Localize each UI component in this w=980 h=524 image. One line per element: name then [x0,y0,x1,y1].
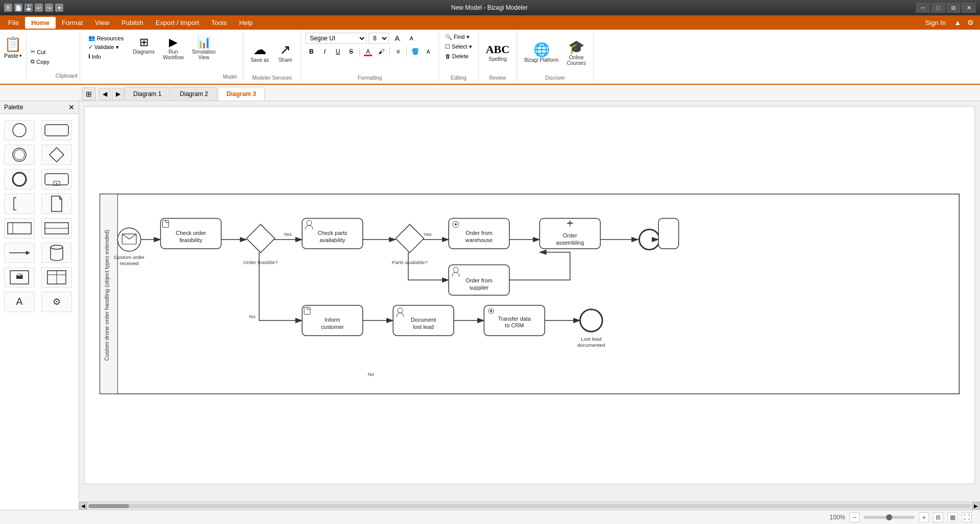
scroll-left-button[interactable]: ◀ [79,502,87,510]
cut-button[interactable]: ✂Cut [29,47,52,56]
validate-button[interactable]: ✓Validate ▾ [86,43,126,52]
menu-file[interactable]: File [2,17,25,29]
close-button[interactable]: ✕ [962,3,976,13]
node-check-order-feasibility[interactable]: Check order feasibility [161,218,222,248]
palette-gateway[interactable] [41,145,72,165]
menu-help[interactable]: Help [233,17,259,29]
page-layout-button[interactable]: ▦ [947,512,958,522]
simulation-view-button[interactable]: 📊 SimulationView [189,35,219,62]
resources-button[interactable]: 👥Resources [86,34,126,42]
select-button[interactable]: ☐Select ▾ [443,42,474,51]
fill-color-button[interactable]: A [422,46,434,57]
info-button[interactable]: ℹInfo [86,52,126,61]
menu-format[interactable]: Format [56,17,89,29]
tab-diagram-3[interactable]: Diagram 3 [218,87,265,101]
palette-collapse-icon[interactable]: ✕ [68,103,75,111]
underline-button[interactable]: U [332,46,344,57]
svg-point-2 [13,148,26,161]
fullscreen-button[interactable]: ⛶ [962,512,972,522]
svg-rect-1 [45,125,68,136]
menu-view[interactable]: View [89,17,115,29]
diagram-grid-button[interactable]: ⊞ [82,87,96,101]
ribbon-collapse-button[interactable]: ▲ [952,18,963,27]
scroll-right-button[interactable]: ▶ [972,502,980,510]
formatting-content: Segoe UI 8 10 12 A A B I U S A 🖌 ≡ [305,33,434,73]
run-workflow-button[interactable]: ▶ RunWorkflow [160,35,187,62]
zoom-decrease-button[interactable]: − [849,512,860,522]
palette-sequence-flow[interactable] [4,243,35,263]
svg-text:assembling: assembling [556,240,584,246]
font-color-button[interactable]: A [362,46,374,57]
palette-annotation[interactable] [4,194,35,214]
font-family-selector[interactable]: Segoe UI [305,33,366,44]
node-order-from-warehouse[interactable]: Order from warehouse [449,218,509,248]
paint-bucket-button[interactable]: 🪣 [409,46,421,57]
menu-publish[interactable]: Publish [115,17,150,29]
italic-button[interactable]: I [318,46,331,57]
copy-button[interactable]: ⧉Copy [29,57,52,66]
palette-data-store[interactable] [41,243,72,263]
scroll-track[interactable] [88,504,971,508]
save-as-button[interactable]: ☁ Save as [248,41,272,65]
palette-lane[interactable] [41,218,72,239]
canvas[interactable]: Custom drone order handling (object type… [79,101,980,510]
svg-point-25 [117,228,141,251]
paste-button[interactable]: 📋 Paste ▾ [0,34,27,80]
delete-button[interactable]: 🗑Delete [443,52,471,60]
tabs-bar: ⊞ ◀ ▶ Diagram 1 Diagram 2 Diagram 3 [0,85,980,101]
bizagi-platform-button[interactable]: 🌐 Bizagi Platform [521,41,561,65]
align-button[interactable]: ≡ [392,46,404,57]
node-inform-customer[interactable]: Inform customer [302,305,363,336]
node-order-assembling[interactable]: Order assembling [540,218,600,248]
diagrams-button[interactable]: ⊞ Diagrams [130,35,158,57]
palette-start-event[interactable] [4,120,35,140]
restore-button[interactable]: ⧉ [946,3,961,13]
spelling-button[interactable]: ABC Spelling [483,42,512,64]
sign-in-button[interactable]: Sign In [919,19,952,27]
zoom-increase-button[interactable]: + [919,512,929,522]
bold-button[interactable]: B [305,46,317,57]
tab-nav-right[interactable]: ▶ [112,88,124,100]
font-size-selector[interactable]: 8 10 12 [369,33,389,44]
menu-home[interactable]: Home [25,17,56,29]
palette-image[interactable]: 🏔 [4,267,35,288]
highlight-button[interactable]: 🖌 [375,46,387,57]
horizontal-scrollbar[interactable]: ◀ ▶ [79,502,980,510]
palette-settings[interactable]: ⚙ [41,292,72,312]
zoom-slider[interactable] [864,516,915,519]
simulation-icon: 📊 [197,37,211,48]
tab-diagram-2[interactable]: Diagram 2 [171,87,216,101]
copy-icon: ⧉ [31,58,35,65]
share-button[interactable]: ↗ Share [274,41,297,65]
node-order-from-supplier[interactable]: Order from supplier [449,265,509,295]
scroll-thumb[interactable] [88,504,129,508]
strikethrough-button[interactable]: S [345,46,357,57]
undo-icon[interactable]: ↩ [35,4,43,12]
maximize-button[interactable]: □ [931,3,945,13]
node-transfer-data-crm[interactable]: Transfer data to CRM [484,305,545,336]
more-icon[interactable]: ▾ [55,4,63,12]
tab-diagram-1[interactable]: Diagram 1 [125,87,170,101]
palette-data-object[interactable] [41,194,72,214]
node-document-lost-lead[interactable]: Document lost lead [393,305,454,336]
diagram-svg[interactable]: Custom drone order handling (object type… [85,107,974,484]
fit-page-button[interactable]: ⊞ [933,512,943,522]
menu-export-import[interactable]: Export / Import [150,17,205,29]
palette-task[interactable] [41,120,72,140]
online-courses-button[interactable]: 🎓 OnlineCourses [564,38,589,68]
font-shrink-button[interactable]: A [405,33,418,44]
palette-table[interactable] [41,267,72,288]
palette-subprocess[interactable]: + [41,169,72,189]
palette-pool[interactable] [4,218,35,239]
menu-tools[interactable]: Tools [205,17,233,29]
palette-end-event[interactable] [4,169,35,189]
palette-text[interactable]: A [4,292,35,312]
redo-icon[interactable]: ↪ [45,4,53,12]
palette-intermediate-event[interactable] [4,145,35,165]
node-check-parts-availability[interactable]: Check parts availability [302,218,363,248]
minimize-button[interactable]: ─ [916,3,930,13]
settings-menu-button[interactable]: ⚙ [963,18,978,27]
font-grow-button[interactable]: A [391,33,403,44]
find-button[interactable]: 🔍Find ▾ [443,33,471,41]
tab-nav-left[interactable]: ◀ [99,88,111,100]
